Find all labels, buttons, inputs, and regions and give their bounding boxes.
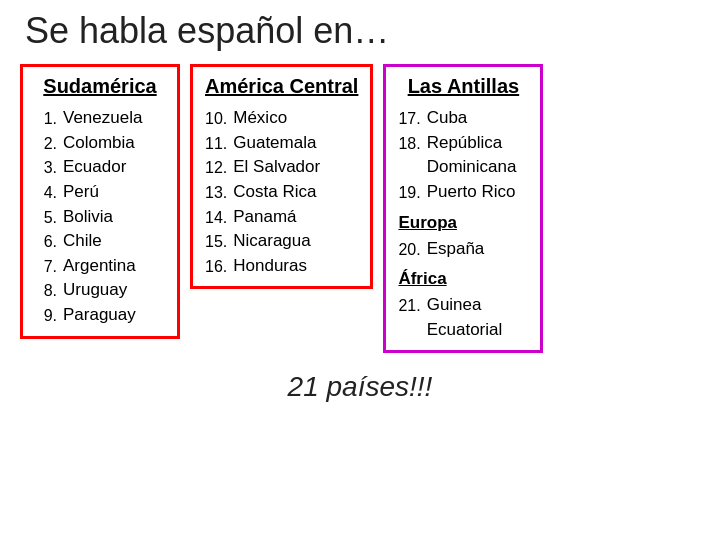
list-item: 15.Nicaragua — [205, 229, 358, 254]
list-item: 8.Uruguay — [35, 278, 165, 303]
central-list: 10.México 11.Guatemala 12.El Salvador 13… — [205, 106, 358, 278]
page-title: Se habla español en… — [20, 10, 700, 52]
antillas-list-top: 17.Cuba 18.RepúblicaDominicana 19. Puert… — [398, 106, 528, 205]
europa-section: Europa 20.España — [398, 213, 528, 262]
list-item: 17.Cuba — [398, 106, 528, 131]
africa-label: África — [398, 269, 528, 289]
list-item: 20.España — [398, 237, 528, 262]
list-item: 3.Ecuador — [35, 155, 165, 180]
central-header: América Central — [205, 75, 358, 98]
sudamerica-list: 1.Venezuela 2.Colombia 3.Ecuador 4.Perú … — [35, 106, 165, 328]
sudamerica-box: Sudamérica 1.Venezuela 2.Colombia 3.Ecua… — [20, 64, 180, 339]
list-item: 10.México — [205, 106, 358, 131]
list-item: 12.El Salvador — [205, 155, 358, 180]
list-item: 4.Perú — [35, 180, 165, 205]
list-item: 11.Guatemala — [205, 131, 358, 156]
list-item: 18.RepúblicaDominicana — [398, 131, 528, 180]
africa-list: 21.GuineaEcuatorial — [398, 293, 528, 342]
antillas-header: Las Antillas — [398, 75, 528, 98]
list-item: 7.Argentina — [35, 254, 165, 279]
list-item: 21.GuineaEcuatorial — [398, 293, 528, 342]
page: Se habla español en… Sudamérica 1.Venezu… — [0, 0, 720, 540]
list-item: 14.Panamá — [205, 205, 358, 230]
sudamerica-header: Sudamérica — [35, 75, 165, 98]
europa-list: 20.España — [398, 237, 528, 262]
list-item: 19. Puerto Rico — [398, 180, 528, 205]
columns-container: Sudamérica 1.Venezuela 2.Colombia 3.Ecua… — [20, 64, 700, 353]
list-item: 13.Costa Rica — [205, 180, 358, 205]
europa-label: Europa — [398, 213, 528, 233]
footer-text: 21 países!!! — [20, 371, 700, 403]
list-item: 1.Venezuela — [35, 106, 165, 131]
central-box: América Central 10.México 11.Guatemala 1… — [190, 64, 373, 289]
antillas-box: Las Antillas 17.Cuba 18.RepúblicaDominic… — [383, 64, 543, 353]
list-item: 5.Bolivia — [35, 205, 165, 230]
list-item: 2.Colombia — [35, 131, 165, 156]
africa-section: África 21.GuineaEcuatorial — [398, 269, 528, 342]
list-item: 16.Honduras — [205, 254, 358, 279]
list-item: 6.Chile — [35, 229, 165, 254]
list-item: 9.Paraguay — [35, 303, 165, 328]
